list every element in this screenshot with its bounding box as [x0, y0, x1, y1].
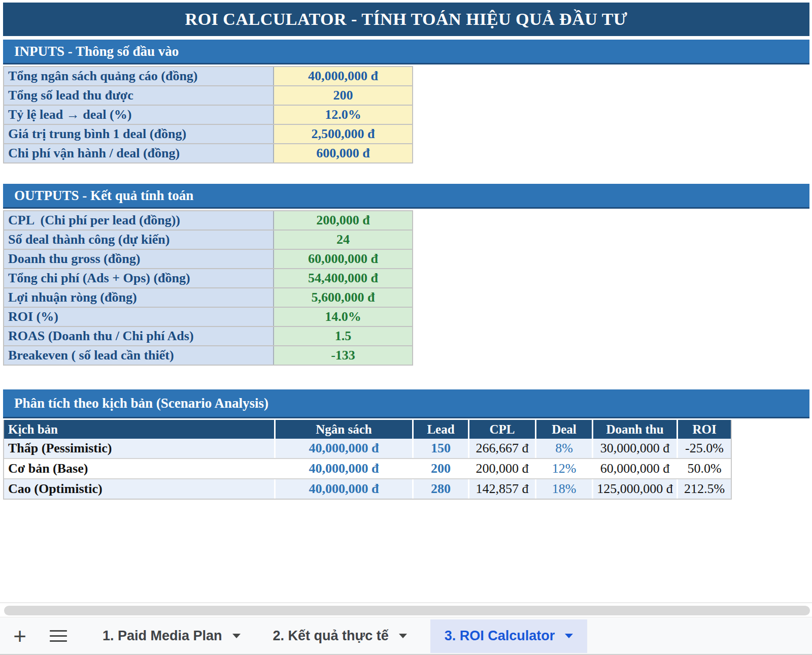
scenario-budget-cell: 40,000,000 đ: [274, 479, 412, 499]
output-label: Lợi nhuận ròng (đồng): [4, 288, 274, 307]
scenario-name-cell: Thấp (Pessimistic): [4, 439, 274, 458]
output-label: Breakeven ( số lead cần thiết): [4, 346, 274, 365]
input-value-cell[interactable]: 200: [274, 86, 412, 105]
column-header: ROI: [676, 420, 731, 439]
output-row: Số deal thành công (dự kiến) 24: [4, 231, 412, 250]
input-value-cell[interactable]: 2,500,000 đ: [274, 125, 412, 143]
add-sheet-button[interactable]: +: [9, 622, 30, 650]
scenario-lead-cell: 150: [412, 439, 468, 458]
scenario-table-header: Kịch bản Ngân sách Lead CPL Deal Doanh t…: [4, 420, 731, 439]
sheet-tab-bar: + 1. Paid Media Plan 2. Kết quả thực tế …: [0, 618, 812, 655]
column-header: Deal: [535, 420, 592, 439]
scenario-deal-cell: 8%: [535, 439, 592, 458]
scenario-table: Kịch bản Ngân sách Lead CPL Deal Doanh t…: [3, 420, 732, 500]
scenario-section-header: Phân tích theo kịch bản (Scenario Analys…: [3, 389, 809, 418]
sheet-tab-ket-qua-thuc-te[interactable]: 2. Kết quả thực tế: [268, 619, 412, 653]
output-value-cell: 200,000 đ: [274, 211, 412, 230]
output-value-cell: 54,400,000 đ: [274, 269, 412, 287]
input-label: Giá trị trung bình 1 deal (đồng): [4, 125, 274, 143]
chevron-down-icon[interactable]: [399, 634, 407, 638]
output-row: Tổng chi phí (Ads + Ops) (đồng) 54,400,0…: [4, 269, 412, 288]
output-value-cell: 5,600,000 đ: [274, 288, 412, 307]
chevron-down-icon[interactable]: [565, 634, 573, 638]
scenario-cpl-cell: 266,667 đ: [468, 439, 535, 458]
output-label: CPL (Chi phí per lead (đồng)): [4, 211, 274, 230]
output-row: ROI (%) 14.0%: [4, 308, 412, 327]
horizontal-scrollbar-thumb[interactable]: [4, 606, 810, 615]
output-row: CPL (Chi phí per lead (đồng)) 200,000 đ: [4, 211, 412, 231]
outputs-table: CPL (Chi phí per lead (đồng)) 200,000 đ …: [3, 210, 413, 366]
output-value-cell: 14.0%: [274, 308, 412, 326]
output-label: Số deal thành công (dự kiến): [4, 231, 274, 249]
chevron-down-icon[interactable]: [232, 634, 241, 638]
column-header: Lead: [412, 420, 468, 439]
scenario-budget-cell: 40,000,000 đ: [274, 459, 412, 478]
output-row: ROAS (Doanh thu / Chi phí Ads) 1.5: [4, 327, 412, 346]
column-header: CPL: [468, 420, 535, 439]
output-value-cell: 60,000,000 đ: [274, 250, 412, 268]
scenario-lead-cell: 200: [412, 459, 468, 478]
output-row: Lợi nhuận ròng (đồng) 5,600,000 đ: [4, 288, 412, 308]
horizontal-scrollbar[interactable]: [0, 602, 812, 617]
output-label: Tổng chi phí (Ads + Ops) (đồng): [4, 269, 274, 287]
scenario-cpl-cell: 142,857 đ: [468, 479, 535, 499]
output-value-cell: -133: [274, 346, 412, 365]
inputs-section-header: INPUTS - Thông số đầu vào: [3, 40, 809, 64]
output-label: Doanh thu gross (đồng): [4, 250, 274, 268]
menu-icon: [50, 630, 67, 632]
column-header: Doanh thu: [592, 420, 676, 439]
output-value-cell: 24: [274, 231, 412, 249]
input-row: Tổng số lead thu được 200: [4, 86, 412, 106]
input-label: Tổng số lead thu được: [4, 86, 274, 105]
column-header: Ngân sách: [274, 420, 412, 439]
table-row: Cơ bản (Base) 40,000,000 đ 200 200,000 đ…: [4, 458, 731, 478]
input-value-cell[interactable]: 12.0%: [274, 106, 412, 124]
input-label: Chi phí vận hành / deal (đồng): [4, 144, 274, 162]
scenario-roi-cell: 212.5%: [676, 479, 731, 499]
input-row: Tổng ngân sách quảng cáo (đồng) 40,000,0…: [4, 67, 412, 86]
input-row: Chi phí vận hành / deal (đồng) 600,000 đ: [4, 144, 412, 163]
all-sheets-button[interactable]: [50, 630, 67, 642]
scenario-revenue-cell: 125,000,000 đ: [592, 479, 676, 499]
output-row: Breakeven ( số lead cần thiết) -133: [4, 346, 412, 366]
scenario-roi-cell: -25.0%: [676, 439, 731, 458]
input-value-cell[interactable]: 600,000 đ: [274, 144, 412, 162]
scenario-revenue-cell: 30,000,000 đ: [592, 439, 676, 458]
outputs-section-header: OUTPUTS - Kết quả tính toán: [3, 184, 809, 209]
scenario-cpl-cell: 200,000 đ: [468, 459, 535, 478]
input-value-cell[interactable]: 40,000,000 đ: [274, 67, 412, 85]
scenario-revenue-cell: 60,000,000 đ: [592, 459, 676, 478]
plus-icon: +: [13, 624, 26, 649]
scenario-name-cell: Cao (Optimistic): [4, 479, 274, 499]
input-row: Tỷ lệ lead → deal (%) 12.0%: [4, 106, 412, 125]
table-row: Cao (Optimistic) 40,000,000 đ 280 142,85…: [4, 478, 731, 499]
sheet-tab-label: 2. Kết quả thực tế: [273, 628, 389, 644]
scenario-name-cell: Cơ bản (Base): [4, 459, 274, 478]
scenario-deal-cell: 18%: [535, 479, 592, 499]
input-label: Tổng ngân sách quảng cáo (đồng): [4, 67, 274, 85]
sheet-tab-label: 3. ROI Calculator: [445, 628, 555, 644]
input-row: Giá trị trung bình 1 deal (đồng) 2,500,0…: [4, 125, 412, 144]
scenario-lead-cell: 280: [412, 479, 468, 499]
output-row: Doanh thu gross (đồng) 60,000,000 đ: [4, 250, 412, 269]
inputs-table: Tổng ngân sách quảng cáo (đồng) 40,000,0…: [3, 66, 413, 163]
sheet-tab-label: 1. Paid Media Plan: [103, 628, 222, 644]
column-header: Kịch bản: [4, 420, 274, 439]
output-label: ROI (%): [4, 308, 274, 326]
scenario-budget-cell: 40,000,000 đ: [274, 439, 412, 458]
scenario-roi-cell: 50.0%: [676, 459, 731, 478]
page-title: ROI CALCULATOR - TÍNH TOÁN HIỆU QUẢ ĐẦU …: [3, 3, 809, 36]
input-label: Tỷ lệ lead → deal (%): [4, 106, 274, 124]
scenario-deal-cell: 12%: [535, 459, 592, 478]
output-label: ROAS (Doanh thu / Chi phí Ads): [4, 327, 274, 345]
sheet-tab-paid-media-plan[interactable]: 1. Paid Media Plan: [97, 619, 246, 653]
sheet-tab-roi-calculator[interactable]: 3. ROI Calculator: [430, 619, 588, 653]
table-row: Thấp (Pessimistic) 40,000,000 đ 150 266,…: [4, 439, 731, 458]
output-value-cell: 1.5: [274, 327, 412, 345]
